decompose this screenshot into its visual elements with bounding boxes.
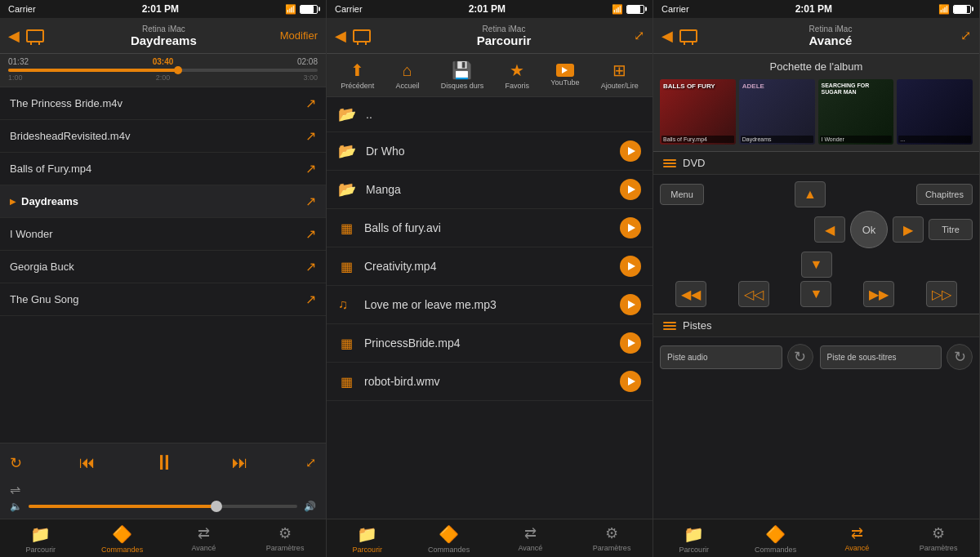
artwork-thumb-0[interactable]: BALLS OF FURY Balls of Fury.mp4 [660,79,736,145]
browser-item-princess[interactable]: ▦ PrincessBride.mp4 [327,324,653,363]
share-icon-1[interactable]: ↗ [305,128,316,144]
dvd-right-button[interactable]: ▶ [893,216,924,243]
browser-item-drwho[interactable]: 📂 Dr Who [327,132,653,171]
dvd-ok-button[interactable]: Ok [850,211,888,248]
tab-label-avance-1: Avancé [191,544,216,552]
dvd-skipdown-button[interactable]: ▼ [800,281,831,307]
tab-avance-3[interactable]: ⇄ Avancé [817,523,898,555]
share-icon-6[interactable]: ↗ [305,292,316,307]
file-item-5[interactable]: Georgia Buck ↗ [0,251,326,283]
tab-parcourir-3[interactable]: 📁 Parcourir [653,523,735,555]
next-button[interactable]: ⏭ [232,453,248,472]
toolbar-precedent[interactable]: ⬆ Précédent [336,59,379,91]
back-arrow-3[interactable]: ◀ [662,27,673,45]
file-item-0[interactable]: The Princess Bride.m4v ↗ [0,87,326,120]
toolbar-youtube[interactable]: YouTube [546,62,584,88]
modifier-button[interactable]: Modifier [280,29,318,42]
browser-item-robotbird[interactable]: ▦ robot-bird.wmv [327,363,653,401]
tab-avance-1[interactable]: ⇄ Avancé [163,523,245,555]
artwork-thumb-1[interactable]: ADELE Daydreams [739,79,815,145]
artwork-thumb-3[interactable]: ... [897,79,973,145]
dvd-left-button[interactable]: ◀ [814,216,845,243]
favoris-icon: ★ [510,60,524,80]
repeat-button[interactable]: ↻ [10,454,22,472]
browser-item-creativity[interactable]: ▦ Creativity.mp4 [327,247,653,286]
prev-button[interactable]: ⏮ [79,453,96,472]
tab-params-1[interactable]: ⚙ Paramètres [244,523,326,555]
track-markers: 1:00 2:00 3:00 [8,74,318,82]
play-button-drwho[interactable] [620,140,641,162]
avance-icon-3: ⇄ [851,524,863,542]
back-arrow-1[interactable]: ◀ [8,27,20,45]
share-icon-0[interactable]: ↗ [305,96,316,111]
dvd-up-button[interactable]: ▲ [795,181,826,207]
share-icon-5[interactable]: ↗ [305,259,316,274]
pause-button[interactable]: ⏸ [154,450,175,475]
browser-item-ballsavi[interactable]: ▦ Balls of fury.avi [327,209,653,247]
file-item-2[interactable]: Balls of Fury.mp4 ↗ [0,153,326,185]
tab-commandes-2[interactable]: 🔶 Commandes [408,523,490,555]
expand-button-2[interactable]: ⤢ [634,28,644,43]
browser-item-loveme[interactable]: ♫ Love me or leave me.mp3 [327,286,653,324]
dvd-skipfwd-button[interactable]: ▷▷ [926,281,957,307]
back-area-3[interactable]: ◀ [662,27,701,45]
monitor-icon-1 [26,29,44,42]
play-button-manga[interactable] [620,179,641,200]
play-button-creativity[interactable] [620,256,641,277]
audio-refresh-button[interactable]: ↻ [787,344,813,370]
file-item-6[interactable]: The Gnu Song ↗ [0,283,326,316]
tab-commandes-3[interactable]: 🔶 Commandes [735,523,817,555]
parcourir-icon-1: 📁 [30,524,51,544]
file-item-1[interactable]: BridesheadRevisited.m4v ↗ [0,120,326,153]
play-button-robotbird[interactable] [620,371,641,392]
toolbar-disques[interactable]: 💾 Disques durs [436,59,489,91]
tab-params-2[interactable]: ⚙ Paramètres [571,523,653,555]
dvd-row-1: Menu ▲ Chapitres [660,181,973,207]
expand-button-3[interactable]: ⤢ [960,28,971,43]
tab-avance-2[interactable]: ⇄ Avancé [490,523,572,555]
progress-track[interactable] [8,69,318,72]
share-icon-3[interactable]: ↗ [305,194,316,209]
tab-params-3[interactable]: ⚙ Paramètres [898,523,979,555]
browser-item-parent[interactable]: 📂 .. [327,97,653,132]
share-icon-2[interactable]: ↗ [305,161,316,176]
pistes-menu-icon[interactable] [663,322,676,330]
piste-subtitle-button[interactable]: Piste de sous-titres [820,345,942,369]
disques-label: Disques durs [441,82,484,90]
volume-high-icon: 🔊 [304,501,316,512]
artwork-thumb-2[interactable]: SEARCHING FOR SUGAR MAN I Wonder [818,79,894,145]
tab-parcourir-1[interactable]: 📁 Parcourir [0,523,82,555]
subtitle-refresh-button[interactable]: ↻ [947,344,973,370]
dvd-menu-button[interactable]: Menu [660,184,704,205]
dvd-chapitres-button[interactable]: Chapitres [916,184,973,205]
pistes-controls: Piste audio ↻ Piste de sous-titres ↻ [653,337,979,377]
piste-audio-button[interactable]: Piste audio [660,345,782,369]
dvd-down-button[interactable]: ▼ [801,252,832,278]
back-arrow-2[interactable]: ◀ [335,27,346,45]
volume-track[interactable] [29,505,297,508]
dvd-ff-button[interactable]: ▶▶ [863,281,894,307]
toolbar-accueil[interactable]: ⌂ Accueil [390,60,424,91]
play-button-loveme[interactable] [620,294,641,315]
tab-commandes-1[interactable]: 🔶 Commandes [82,523,163,555]
play-button-ballsavi[interactable] [620,217,641,238]
back-area-1[interactable]: ◀ [8,27,47,45]
volume-thumb[interactable] [211,501,222,512]
shuffle-button[interactable]: ⇌ [10,482,20,497]
progress-thumb[interactable] [174,66,182,74]
back-area-2[interactable]: ◀ [335,27,374,45]
share-icon-4[interactable]: ↗ [305,226,316,242]
status-bar-2: Carrier 2:01 PM 📶 [327,0,653,18]
play-button-princess[interactable] [620,332,641,354]
dvd-menu-icon[interactable] [663,159,676,167]
file-item-3[interactable]: ▶ Daydreams ↗ [0,185,326,218]
dvd-skipback-button[interactable]: ◁◁ [738,281,769,307]
tab-parcourir-2[interactable]: 📁 Parcourir [327,523,408,555]
file-item-4[interactable]: I Wonder ↗ [0,218,326,251]
dvd-titre-button[interactable]: Titre [929,219,973,240]
browser-item-manga[interactable]: 📂 Manga [327,171,653,209]
fullscreen-button[interactable]: ⤢ [305,455,316,470]
toolbar-favoris[interactable]: ★ Favoris [500,59,534,91]
dvd-rew-button[interactable]: ◀◀ [675,281,706,307]
toolbar-ajouter[interactable]: ⊞ Ajouter/Lire [596,59,644,91]
